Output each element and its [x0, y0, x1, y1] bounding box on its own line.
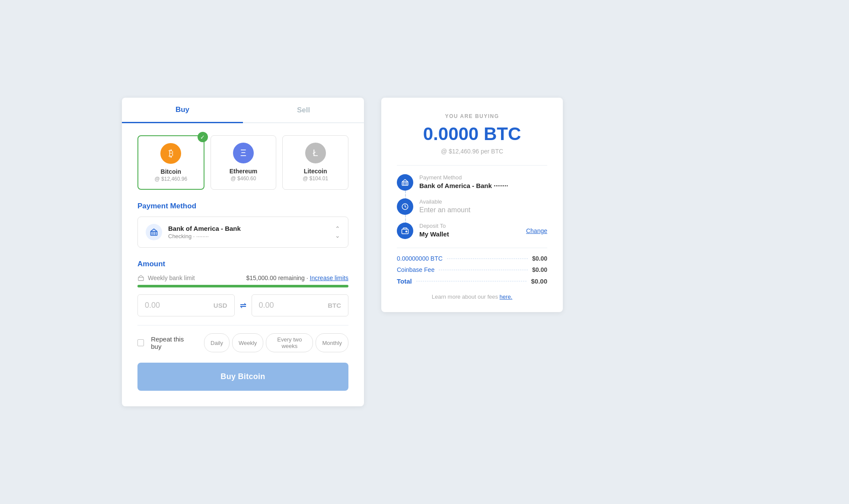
bank-account-type: Checking · ········	[168, 233, 335, 239]
amount-label: Amount	[137, 260, 348, 268]
ltc-name: Litecoin	[291, 168, 339, 175]
svg-point-11	[406, 231, 407, 232]
tab-sell[interactable]: Sell	[243, 98, 364, 122]
limit-remaining: $15,000.00 remaining	[246, 274, 304, 281]
total-row-btc: 0.00000000 BTC $0.00	[397, 255, 547, 262]
receipt-available-content: Available Enter an amount	[419, 198, 547, 214]
repeat-label: Repeat this buy	[151, 335, 194, 350]
buy-bitcoin-button[interactable]: Buy Bitcoin	[137, 363, 348, 391]
eth-icon: Ξ	[233, 143, 254, 163]
eth-price: @ $460.60	[220, 175, 268, 182]
change-wallet-link[interactable]: Change	[526, 227, 547, 234]
total-row-fee: Coinbase Fee $0.00	[397, 266, 547, 273]
receipt-clock-icon	[397, 198, 413, 215]
freq-daily[interactable]: Daily	[204, 333, 230, 352]
bank-icon	[146, 224, 162, 240]
selected-check-icon: ✓	[198, 132, 208, 142]
btc-display-amount: 0.0000 BTC	[397, 124, 547, 144]
left-panel: Buy Sell ✓ ₿ Bitcoin @ $12,460.96 Ξ Ethe…	[122, 98, 364, 406]
btc-display-rate: @ $12,460.96 per BTC	[397, 148, 547, 155]
btc-amount-field[interactable]: 0.00 BTC	[252, 294, 349, 316]
repeat-checkbox[interactable]	[137, 339, 144, 346]
freq-monthly[interactable]: Monthly	[316, 333, 348, 352]
usd-value: 0.00	[145, 301, 160, 310]
receipt-deposit-value: My Wallet	[419, 230, 520, 238]
freq-weekly[interactable]: Weekly	[232, 333, 263, 352]
you-are-buying-label: YOU ARE BUYING	[397, 113, 547, 119]
limit-separator: ·	[306, 274, 310, 281]
usd-amount-field[interactable]: 0.00 USD	[137, 294, 235, 316]
receipt-payment-value: Bank of America - Bank ········	[419, 182, 547, 189]
repeat-row: Repeat this buy Daily Weekly Every two w…	[137, 333, 348, 352]
payment-method-label: Payment Method	[137, 202, 348, 211]
fees-note: Learn more about our fees here.	[397, 293, 547, 300]
receipt-payment-content: Payment Method Bank of America - Bank ··…	[419, 174, 547, 189]
tab-buy[interactable]: Buy	[122, 98, 243, 123]
total-dots-3	[416, 281, 527, 281]
svg-rect-4	[138, 278, 144, 281]
bank-name: Bank of America - Bank	[168, 225, 335, 232]
receipt-divider	[397, 165, 547, 166]
eth-name: Ethereum	[220, 168, 268, 175]
receipt-deposit-content: Deposit To My Wallet	[419, 223, 520, 238]
progress-fill	[137, 285, 348, 287]
payment-method-selector[interactable]: Bank of America - Bank Checking · ······…	[137, 217, 348, 248]
ltc-icon: Ł	[305, 143, 326, 163]
chevron-icon: ⌃⌄	[335, 225, 340, 239]
left-body: ✓ ₿ Bitcoin @ $12,460.96 Ξ Ethereum @ $4…	[122, 123, 364, 406]
receipt-bank-icon	[397, 174, 413, 191]
limit-row: Weekly bank limit $15,000.00 remaining ·…	[137, 274, 348, 281]
usd-currency: USD	[214, 302, 227, 309]
limit-left: Weekly bank limit	[137, 274, 195, 281]
divider	[137, 325, 348, 325]
page-container: Buy Sell ✓ ₿ Bitcoin @ $12,460.96 Ξ Ethe…	[122, 98, 727, 406]
total-fee-amount: $0.00	[532, 266, 547, 273]
bank-small-icon	[137, 274, 144, 281]
tabs: Buy Sell	[122, 98, 364, 123]
btc-currency: BTC	[328, 302, 341, 309]
total-label: Total	[397, 278, 412, 285]
receipt-available-placeholder: Enter an amount	[419, 206, 547, 214]
totals-section: 0.00000000 BTC $0.00 Coinbase Fee $0.00 …	[397, 248, 547, 285]
receipt-wallet-icon	[397, 223, 413, 239]
crypto-grid: ✓ ₿ Bitcoin @ $12,460.96 Ξ Ethereum @ $4…	[137, 135, 348, 190]
receipt-deposit-to: Deposit To My Wallet Change	[397, 223, 547, 239]
amount-inputs: 0.00 USD ⇌ 0.00 BTC	[137, 294, 348, 316]
swap-icon[interactable]: ⇌	[240, 301, 246, 310]
frequency-buttons: Daily Weekly Every two weeks Monthly	[204, 333, 348, 352]
ltc-price: @ $104.01	[291, 175, 339, 182]
btc-name: Bitcoin	[147, 168, 195, 175]
total-btc-amount: $0.00	[532, 255, 547, 262]
btc-value: 0.00	[259, 301, 274, 310]
bank-info: Bank of America - Bank Checking · ······…	[168, 225, 335, 239]
crypto-card-ltc[interactable]: Ł Litecoin @ $104.01	[282, 135, 348, 190]
receipt-available-title: Available	[419, 198, 547, 205]
increase-limits-link[interactable]: Increase limits	[310, 274, 348, 281]
progress-bar	[137, 285, 348, 287]
freq-biweekly[interactable]: Every two weeks	[266, 333, 313, 352]
receipt-deposit-title: Deposit To	[419, 223, 520, 229]
total-dots-2	[439, 270, 528, 270]
fees-here-link[interactable]: here.	[500, 293, 513, 300]
receipt-available: Available Enter an amount	[397, 198, 547, 215]
limit-right: $15,000.00 remaining · Increase limits	[246, 274, 348, 281]
crypto-card-btc[interactable]: ✓ ₿ Bitcoin @ $12,460.96	[137, 135, 204, 190]
btc-price: @ $12,460.96	[147, 176, 195, 182]
total-amount: $0.00	[531, 278, 547, 285]
crypto-card-eth[interactable]: Ξ Ethereum @ $460.60	[211, 135, 277, 190]
total-dots-1	[447, 258, 528, 259]
receipt-payment-method: Payment Method Bank of America - Bank ··…	[397, 174, 547, 191]
fees-note-text: Learn more about our fees	[432, 293, 498, 300]
right-panel: YOU ARE BUYING 0.0000 BTC @ $12,460.96 p…	[381, 98, 563, 312]
btc-icon: ₿	[160, 143, 181, 164]
total-row-total: Total $0.00	[397, 278, 547, 285]
limit-label: Weekly bank limit	[148, 274, 195, 281]
total-fee-label: Coinbase Fee	[397, 266, 434, 273]
receipt-payment-title: Payment Method	[419, 174, 547, 181]
total-btc-label: 0.00000000 BTC	[397, 255, 443, 262]
